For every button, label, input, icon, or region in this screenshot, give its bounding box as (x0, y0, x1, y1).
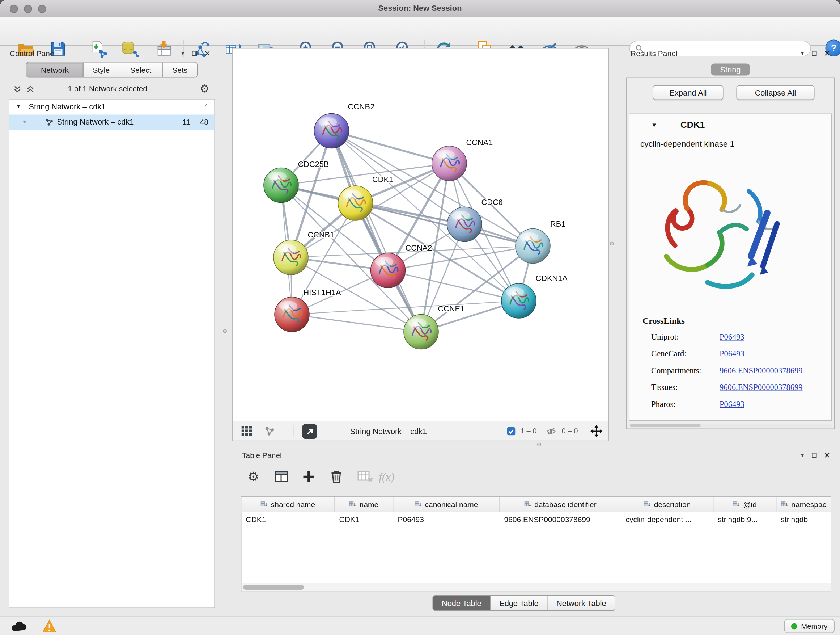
column-header[interactable]: shared name (242, 497, 335, 512)
warnings-button[interactable] (40, 618, 58, 634)
tab-edge-table[interactable]: Edge Table (490, 596, 547, 611)
tab-sets[interactable]: Sets (163, 63, 197, 78)
network-collection-row[interactable]: ▾ String Network – cdk1 1 (9, 100, 215, 115)
sort-column-icon (733, 501, 740, 508)
window-title: Session: New Session (0, 4, 840, 13)
table-cell[interactable]: cyclin-dependent ... (622, 512, 714, 526)
column-header[interactable]: @id (714, 497, 777, 512)
expand-all-button[interactable]: Expand All (653, 86, 723, 100)
sort-column-icon (261, 501, 268, 508)
close-panel-icon[interactable]: ✕ (824, 451, 830, 459)
create-column-button[interactable] (299, 467, 319, 486)
columns-icon (273, 469, 289, 485)
results-panel-title: Results Panel (630, 49, 677, 57)
float-panel-icon[interactable] (192, 51, 197, 56)
network-canvas[interactable]: CCNB2CCNA1CDC25BCDK1CDC6RB1CCNB1CCNA2CDK… (233, 49, 608, 421)
crosslink-link[interactable]: 9606.ENSP00000378699 (720, 383, 802, 393)
network-node-CCNB1[interactable] (273, 240, 308, 275)
column-header[interactable]: database identifier (500, 497, 622, 512)
sort-column-icon (781, 501, 788, 508)
collapse-tree-icon[interactable] (26, 85, 35, 93)
float-panel-icon[interactable] (812, 453, 817, 458)
network-edge[interactable] (332, 131, 422, 332)
horizontal-splitter-handle[interactable] (537, 443, 541, 447)
network-node-CDKN1A[interactable] (501, 283, 536, 318)
network-node-CCNA2[interactable] (371, 253, 406, 288)
right-splitter-handle[interactable] (610, 242, 614, 246)
cloud-status-button[interactable] (10, 618, 28, 634)
network-row[interactable]: ● String Network – cdk1 11 48 (9, 115, 215, 130)
tab-network-table[interactable]: Network Table (547, 596, 615, 611)
table-options-button[interactable]: ⚙ (244, 467, 264, 486)
memory-button[interactable]: Memory (784, 619, 835, 633)
column-header[interactable]: description (622, 497, 714, 512)
network-node-CDC6[interactable] (447, 207, 482, 242)
bottombar-separator (294, 425, 294, 437)
node-label-CCNB2: CCNB2 (348, 102, 375, 111)
sphere-highlight (343, 190, 361, 200)
network-node-HIST1H1A[interactable] (275, 297, 309, 332)
control-panel-header: Control Panel ▼ ✕ (4, 47, 216, 60)
panel-menu-icon[interactable]: ▼ (180, 51, 185, 56)
crosslink-row: Uniprot: P06493 (630, 333, 831, 345)
network-style-button[interactable] (264, 426, 275, 437)
show-columns-button[interactable] (271, 467, 291, 486)
node-label-CCNE1: CCNE1 (438, 304, 465, 313)
close-panel-icon[interactable]: ✕ (204, 50, 210, 57)
network-node-RB1[interactable] (515, 229, 550, 264)
panel-menu-icon[interactable]: ▼ (800, 51, 805, 56)
sphere-highlight (452, 211, 470, 220)
crosslink-link[interactable]: P06493 (720, 333, 745, 342)
crosslink-link[interactable]: 9606.ENSP00000378699 (720, 366, 802, 375)
float-panel-icon[interactable] (812, 51, 817, 56)
function-builder-button[interactable]: f(x) (379, 470, 395, 484)
network-node-CCNA1[interactable] (432, 146, 467, 181)
column-header[interactable]: namespac (777, 497, 831, 512)
column-label: canonical name (425, 500, 478, 509)
section-collapse-icon[interactable]: ▼ (651, 122, 657, 128)
table-cell[interactable]: stringdb (777, 512, 831, 526)
network-edge[interactable] (388, 271, 519, 301)
panel-menu-icon[interactable]: ▼ (800, 453, 805, 458)
annotation-mode-button[interactable] (302, 424, 317, 439)
column-header[interactable]: canonical name (393, 497, 500, 512)
sphere-highlight (375, 257, 393, 267)
tree-expander-icon[interactable]: ▾ (17, 102, 20, 110)
close-panel-icon[interactable]: ✕ (824, 50, 830, 57)
network-node-CCNE1[interactable] (404, 315, 439, 349)
selected-nodes-indicator (507, 427, 515, 435)
network-node-CDC25B[interactable] (264, 168, 298, 203)
expand-tree-icon[interactable] (13, 85, 22, 93)
sort-column-icon (415, 501, 422, 508)
network-edge[interactable] (292, 315, 421, 332)
collapse-all-button[interactable]: Collapse All (737, 86, 815, 100)
table-cell[interactable]: P06493 (393, 512, 500, 526)
tab-node-table[interactable]: Node Table (433, 596, 490, 611)
network-node-CDK1[interactable] (338, 186, 373, 220)
control-panel: Control Panel ▼ ✕ Network Style Select S… (4, 47, 216, 608)
tab-select[interactable]: Select (119, 63, 163, 78)
table-cell[interactable]: CDK1 (335, 512, 393, 526)
table-cell[interactable]: stringdb:9... (714, 512, 777, 526)
sphere-highlight (408, 318, 426, 328)
table-cell[interactable]: 9606.ENSP00000378699 (500, 512, 622, 526)
crosslink-link[interactable]: P06493 (720, 400, 745, 409)
column-header[interactable]: name (335, 497, 393, 512)
left-splitter-handle[interactable] (223, 329, 227, 333)
delete-table-button[interactable] (355, 467, 375, 486)
table-horizontal-scrollbar[interactable] (241, 583, 831, 592)
tab-style[interactable]: Style (83, 63, 119, 78)
table-cell[interactable]: CDK1 (242, 512, 335, 526)
tab-string[interactable]: String (711, 64, 750, 76)
grid-view-button[interactable] (242, 426, 253, 437)
network-node-CCNB2[interactable] (314, 114, 349, 149)
crosslink-link[interactable]: P06493 (720, 349, 745, 359)
pan-mode-button[interactable] (590, 424, 603, 438)
scrollbar-thumb[interactable] (243, 585, 304, 590)
tab-network[interactable]: Network (27, 63, 83, 78)
results-horizontal-scrollbar[interactable] (629, 424, 832, 428)
table-row[interactable]: CDK1 CDK1 P06493 9606.ENSP00000378699 cy… (242, 512, 831, 526)
table-panel-header: Table Panel ▼ ✕ (237, 448, 836, 462)
delete-column-button[interactable] (327, 467, 346, 486)
gear-icon[interactable]: ⚙ (200, 82, 210, 95)
